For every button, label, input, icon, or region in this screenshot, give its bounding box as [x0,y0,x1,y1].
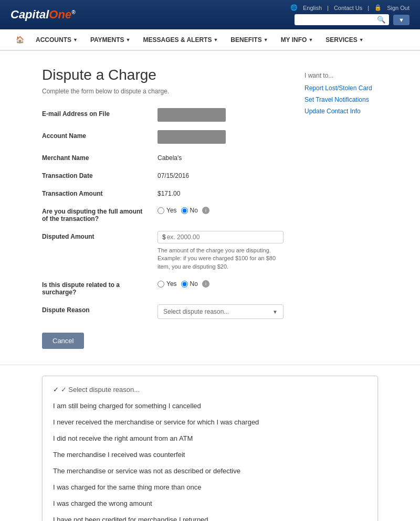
dropdown-option[interactable]: I was charged for the same thing more th… [43,479,377,495]
profile-button[interactable]: ▼ [393,15,410,25]
disputed-amount-section: $ The amount of the charge you are dispu… [158,231,284,271]
disputed-amount-row: Disputed Amount $ The amount of the char… [42,231,284,271]
full-amount-row: Are you disputing the full amount of the… [42,206,284,222]
dispute-reason-row: Dispute Reason Select dispute reason... … [42,304,284,319]
chevron-down-icon: ▼ [272,309,278,315]
account-row: Account Name [42,130,284,144]
chevron-down-icon: ▼ [126,37,131,42]
surcharge-radio-group: Yes No i [158,279,209,288]
sidebar-link-lost-card[interactable]: Report Lost/Stolen Card [304,84,388,92]
page-subtitle: Complete the form below to dispute a cha… [42,88,284,95]
account-label: Account Name [42,130,147,140]
globe-icon: 🌐 [290,4,298,11]
transaction-date-value: 07/15/2016 [158,170,189,179]
main-content: Dispute a Charge Complete the form below… [42,67,284,349]
surcharge-row: Is this dispute related to a surcharge? … [42,279,284,296]
surcharge-label: Is this dispute related to a surcharge? [42,279,147,296]
surcharge-yes-radio[interactable] [158,281,164,288]
merchant-row: Merchant Name Cabela's [42,152,284,162]
transaction-amount-row: Transaction Amount $171.00 [42,188,284,197]
full-amount-radio-group: Yes No i [158,206,209,214]
nav-myinfo[interactable]: MY INFO ▼ [275,30,320,50]
chevron-down-icon: ▼ [308,37,313,42]
dropdown-popup: ✓ Select dispute reason...I am still bei… [42,376,378,521]
cancel-button[interactable]: Cancel [42,333,84,349]
header-top: CapitalOne® 🌐 English | Contact Us | 🔒 S… [0,0,420,29]
full-amount-info-icon[interactable]: i [202,207,209,214]
contact-link[interactable]: Contact Us [334,5,362,11]
content-area: Dispute a Charge Complete the form below… [0,51,420,365]
surcharge-no-item[interactable]: No [181,280,198,288]
search-button[interactable]: 🔍 [377,16,386,24]
divider [0,365,420,365]
email-input-masked [158,108,226,122]
disputed-amount-label: Disputed Amount [42,231,147,240]
yes-radio-item[interactable]: Yes [158,207,177,214]
nav-bar: 🏠 ACCOUNTS ▼ PAYMENTS ▼ MESSAGES & ALERT… [0,29,420,51]
nav-benefits[interactable]: BENEFITS ▼ [224,30,274,50]
nav-payments[interactable]: PAYMENTS ▼ [84,30,137,50]
lock-icon: 🔒 [374,4,382,11]
full-amount-label: Are you disputing the full amount of the… [42,206,147,222]
dispute-reason-label: Dispute Reason [42,304,147,314]
header-right: 🌐 English | Contact Us | 🔒 Sign Out [290,4,410,11]
dropdown-option[interactable]: The merchandise or service was not as de… [43,463,377,479]
amount-input-wrapper: $ [158,231,284,243]
transaction-date-label: Transaction Date [42,170,147,179]
dropdown-option[interactable]: I never received the merchandise or serv… [43,414,377,430]
language-link[interactable]: English [303,5,322,11]
dispute-reason-selected: Select dispute reason... [163,308,229,315]
disputed-amount-input[interactable] [167,233,272,241]
sidebar: I want to... Report Lost/Stolen Card Set… [304,67,388,349]
chevron-down-icon: ▼ [73,37,78,42]
search-input[interactable] [298,16,377,24]
surcharge-info-icon[interactable]: i [202,280,209,288]
dropdown-option[interactable]: I did not receive the right amount from … [43,430,377,446]
dropdown-option[interactable]: The merchandise I received was counterfe… [43,446,377,463]
logo-area: CapitalOne® [10,8,76,22]
merchant-value: Cabela's [158,152,182,162]
home-nav-icon[interactable]: 🏠 [10,29,29,50]
signout-link[interactable]: Sign Out [387,5,410,11]
email-row: E-mail Address on File [42,108,284,122]
chevron-down-icon: ▼ [213,37,218,42]
merchant-label: Merchant Name [42,152,147,162]
header: CapitalOne® 🌐 English | Contact Us | 🔒 S… [0,0,420,29]
logo: CapitalOne® [10,8,76,22]
sidebar-title: I want to... [304,72,388,79]
page-title: Dispute a Charge [42,67,284,83]
chevron-down-icon: ▼ [359,37,364,42]
dropdown-option[interactable]: I have not been credited for merchandise… [43,512,377,521]
dropdown-option[interactable]: ✓ Select dispute reason... [43,381,377,398]
surcharge-yes-item[interactable]: Yes [158,280,177,288]
email-label: E-mail Address on File [42,108,147,118]
chevron-down-icon: ▼ [264,37,268,42]
transaction-date-row: Transaction Date 07/15/2016 [42,170,284,179]
dispute-reason-dropdown[interactable]: Select dispute reason... ▼ [158,304,284,319]
profile-icon: ▼ [398,17,404,23]
yes-radio[interactable] [158,207,164,214]
no-radio[interactable] [181,207,188,214]
dropdown-option[interactable]: I am still being charged for something I… [43,398,377,414]
amount-hint: The amount of the charge you are disputi… [158,247,284,271]
dropdown-option[interactable]: I was charged the wrong amount [43,495,377,512]
main-container: Dispute a Charge Complete the form below… [0,51,420,521]
no-radio-item[interactable]: No [181,207,198,214]
search-bar: 🔍 [295,14,389,25]
nav-accounts[interactable]: ACCOUNTS ▼ [29,30,84,50]
sidebar-link-contact[interactable]: Update Contact Info [304,108,388,115]
transaction-amount-label: Transaction Amount [42,188,147,197]
nav-services[interactable]: SERVICES ▼ [319,30,370,50]
transaction-amount-value: $171.00 [158,188,180,197]
sidebar-link-travel[interactable]: Set Travel Notifications [304,96,388,103]
account-input-masked [158,130,226,144]
nav-messages[interactable]: MESSAGES & ALERTS ▼ [137,30,225,50]
currency-symbol: $ [162,233,166,241]
surcharge-no-radio[interactable] [181,281,188,288]
